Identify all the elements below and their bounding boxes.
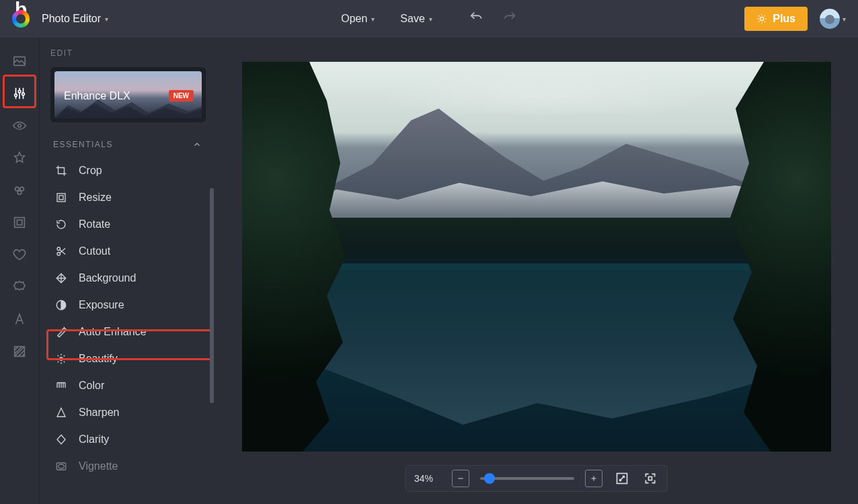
save-menu[interactable]: Save ▾: [400, 13, 432, 25]
chevron-up-icon: [192, 140, 202, 149]
svg-point-14: [57, 253, 61, 256]
svg-point-0: [760, 17, 764, 20]
essentials-section-toggle[interactable]: ESSENTIALS: [50, 134, 206, 155]
plus-upgrade-button[interactable]: Plus: [744, 7, 808, 31]
star-tab[interactable]: [5, 144, 34, 172]
save-label: Save: [400, 13, 424, 25]
color-icon: [54, 379, 68, 392]
chevron-down-icon: ▾: [371, 15, 375, 23]
eye-tab[interactable]: [5, 112, 34, 140]
shapes-tab[interactable]: [5, 176, 34, 204]
crown-icon: [756, 13, 767, 24]
texture-tab[interactable]: [5, 337, 34, 366]
resize-icon: [54, 191, 68, 204]
canvas-image[interactable]: [242, 62, 831, 452]
exposure-icon: [54, 298, 68, 312]
svg-rect-9: [15, 218, 25, 228]
side-panel: EDIT Enhance DLX NEW ESSENTIALS Crop Res…: [39, 38, 215, 504]
heart-tab[interactable]: [5, 241, 34, 269]
tool-background[interactable]: Background: [50, 265, 206, 292]
tool-label: Crop: [79, 165, 102, 177]
adjust-tab[interactable]: [5, 79, 34, 108]
chevron-down-icon: ▾: [105, 15, 108, 23]
svg-point-6: [15, 187, 19, 191]
app-title-label: Photo Editor: [42, 13, 101, 25]
tool-label: Sharpen: [79, 407, 120, 419]
image-tab[interactable]: [5, 47, 34, 75]
svg-point-8: [17, 191, 22, 195]
tool-label: Cutout: [79, 245, 110, 257]
svg-point-17: [60, 358, 63, 361]
tool-label: Beautify: [79, 353, 118, 365]
rotate-icon: [54, 218, 68, 231]
tool-rotate[interactable]: Rotate: [50, 211, 206, 238]
tool-label: Exposure: [79, 299, 124, 311]
auto-enhance-icon: [54, 325, 68, 339]
badge-tab[interactable]: [5, 273, 34, 301]
cutout-icon: [54, 245, 68, 258]
canvas-area: 34%: [215, 38, 858, 504]
svg-point-15: [57, 247, 61, 251]
app-logo[interactable]: [12, 10, 30, 28]
svg-point-2: [15, 94, 17, 97]
zoom-toolbar: 34%: [405, 465, 668, 492]
svg-point-4: [22, 93, 25, 95]
tool-label: Auto Enhance: [79, 326, 147, 338]
svg-rect-10: [17, 220, 22, 224]
panel-scrollbar[interactable]: [210, 188, 214, 403]
fullscreen-button[interactable]: [641, 470, 659, 487]
enhance-dlx-card[interactable]: Enhance DLX NEW: [50, 67, 206, 122]
tool-vignette[interactable]: Vignette: [50, 453, 206, 480]
svg-rect-13: [59, 196, 63, 200]
zoom-out-button[interactable]: [452, 470, 469, 487]
topbar-center: Open ▾ Save ▾: [341, 10, 517, 28]
chevron-down-icon: ▾: [429, 15, 432, 23]
topbar: b Photo Editor ▾ Open ▾ Save ▾ Plus: [0, 0, 858, 38]
tool-resize[interactable]: Resize: [50, 184, 206, 211]
svg-point-7: [20, 187, 24, 191]
tool-label: Vignette: [79, 460, 118, 472]
frame-tab[interactable]: [5, 208, 34, 237]
tool-auto-enhance[interactable]: Auto Enhance: [50, 319, 206, 345]
zoom-slider[interactable]: [480, 477, 574, 480]
canvas-stage[interactable]: [215, 38, 858, 456]
svg-rect-21: [649, 477, 652, 480]
enhance-card-label: Enhance DLX: [64, 90, 130, 102]
zoom-in-button[interactable]: [585, 470, 602, 487]
fit-screen-button[interactable]: [613, 470, 631, 487]
tool-list: Crop Resize Rotate Cutout Background Exp…: [50, 157, 206, 480]
redo-button[interactable]: [502, 10, 517, 28]
tool-sharpen[interactable]: Sharpen: [50, 399, 206, 426]
chevron-down-icon: ▾: [843, 15, 846, 23]
svg-point-5: [18, 124, 22, 128]
background-icon: [54, 271, 68, 285]
panel-title: EDIT: [50, 48, 206, 58]
tool-cutout[interactable]: Cutout: [50, 238, 206, 265]
tool-label: Clarity: [79, 433, 109, 446]
tool-label: Background: [79, 272, 136, 284]
plus-label: Plus: [773, 13, 795, 25]
tool-beautify[interactable]: Beautify: [50, 345, 206, 372]
open-label: Open: [341, 13, 367, 25]
svg-point-19: [58, 464, 65, 468]
section-label: ESSENTIALS: [53, 140, 113, 149]
sharpen-icon: [54, 406, 68, 419]
app-title-dropdown[interactable]: Photo Editor ▾: [42, 13, 108, 25]
tool-exposure[interactable]: Exposure: [50, 292, 206, 319]
avatar: [820, 9, 840, 29]
tool-clarity[interactable]: Clarity: [50, 426, 206, 453]
vignette-icon: [54, 460, 68, 473]
beautify-icon: [54, 352, 68, 366]
tool-color[interactable]: Color: [50, 372, 206, 399]
text-tab[interactable]: [5, 305, 34, 333]
zoom-value: 34%: [414, 473, 441, 484]
open-menu[interactable]: Open ▾: [341, 13, 375, 25]
account-menu[interactable]: ▾: [820, 9, 846, 29]
svg-point-3: [18, 90, 21, 93]
undo-button[interactable]: [469, 10, 483, 28]
left-rail: [0, 38, 39, 504]
crop-icon: [54, 164, 68, 177]
clarity-icon: [54, 433, 68, 446]
tool-crop[interactable]: Crop: [50, 157, 206, 184]
svg-rect-12: [57, 194, 65, 202]
